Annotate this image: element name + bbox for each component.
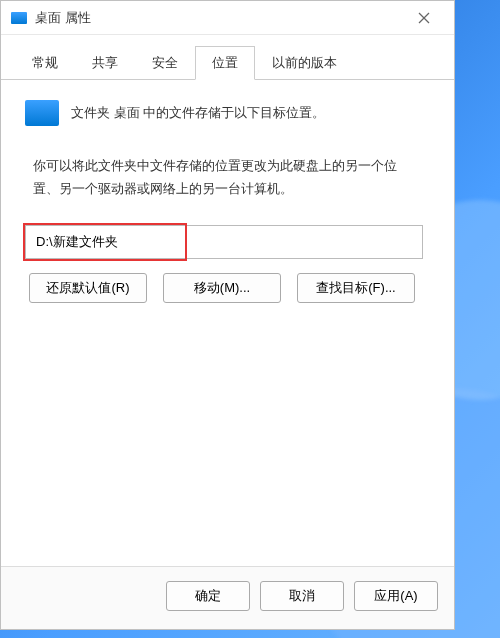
tab-previous-versions[interactable]: 以前的版本 (255, 46, 354, 80)
window-title: 桌面 属性 (35, 9, 404, 27)
restore-defaults-button[interactable]: 还原默认值(R) (29, 273, 147, 303)
move-button[interactable]: 移动(M)... (163, 273, 281, 303)
header-row: 文件夹 桌面 中的文件存储于以下目标位置。 (25, 100, 430, 126)
tab-security[interactable]: 安全 (135, 46, 195, 80)
tab-sharing[interactable]: 共享 (75, 46, 135, 80)
tab-location[interactable]: 位置 (195, 46, 255, 80)
tab-general[interactable]: 常规 (15, 46, 75, 80)
header-text: 文件夹 桌面 中的文件存储于以下目标位置。 (71, 103, 325, 124)
properties-dialog: 桌面 属性 常规 共享 安全 位置 以前的版本 文件夹 桌面 中的文件存储于以下… (0, 0, 455, 630)
close-button[interactable] (404, 4, 444, 32)
tab-content: 文件夹 桌面 中的文件存储于以下目标位置。 你可以将此文件夹中文件存储的位置更改… (1, 80, 454, 566)
path-field-wrapper (25, 225, 430, 259)
action-buttons-row: 还原默认值(R) 移动(M)... 查找目标(F)... (29, 273, 430, 303)
tab-strip: 常规 共享 安全 位置 以前的版本 (1, 35, 454, 80)
close-icon (418, 12, 430, 24)
location-path-input[interactable] (25, 225, 423, 259)
titlebar: 桌面 属性 (1, 1, 454, 35)
dialog-footer: 确定 取消 应用(A) (1, 566, 454, 629)
description-text: 你可以将此文件夹中文件存储的位置更改为此硬盘上的另一个位置、另一个驱动器或网络上… (33, 154, 422, 201)
ok-button[interactable]: 确定 (166, 581, 250, 611)
find-target-button[interactable]: 查找目标(F)... (297, 273, 415, 303)
desktop-icon (25, 100, 59, 126)
desktop-folder-icon (11, 12, 27, 24)
apply-button[interactable]: 应用(A) (354, 581, 438, 611)
cancel-button[interactable]: 取消 (260, 581, 344, 611)
